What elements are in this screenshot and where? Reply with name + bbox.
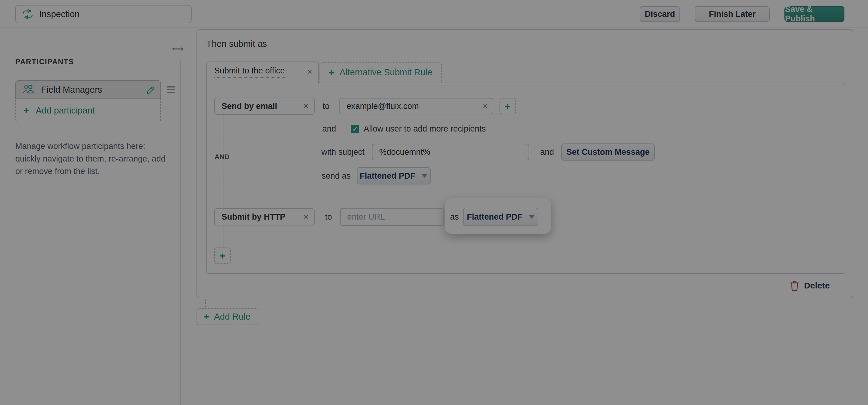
save-publish-button[interactable]: Save & Publish [784,6,844,22]
send-by-email-chip[interactable]: Send by email × [214,98,315,115]
set-custom-message-button[interactable]: Set Custom Message [561,143,655,161]
plus-icon: + [329,67,335,78]
url-field-wrapper [340,208,443,226]
and-connector-label: AND [212,152,232,162]
send-as-row: send as Flattened PDF [322,167,431,184]
workflow-icon [22,8,34,20]
connector-line [223,115,223,208]
and-label: and [322,124,336,134]
http-rule-row: Submit by HTTP × to as Flattened PDF [214,208,538,226]
http-format-value: Flattened PDF [467,212,523,222]
add-participant-label: Add participant [36,105,95,115]
participants-heading: PARTICIPANTS [15,58,74,66]
participants-sidebar: PARTICIPANTS Field Managers + Add partic… [0,28,181,405]
submit-by-http-chip[interactable]: Submit by HTTP × [214,208,315,226]
url-input[interactable] [340,208,443,226]
delete-rule-button[interactable]: Delete [789,280,830,292]
allow-recipients-row: and ✓ Allow user to add more recipients [322,124,486,134]
email-format-value: Flattened PDF [360,171,415,181]
tab-submit-to-the-office[interactable]: Submit to the office × [206,62,319,83]
to-label: to [322,102,330,111]
recipient-field-wrapper: × [339,98,493,114]
add-action-button[interactable]: + [214,247,231,264]
plus-icon: + [505,101,510,111]
connector-line [205,299,206,307]
sidebar-description: Manage workflow participants here: quick… [15,140,166,178]
send-by-email-label: Send by email [222,102,277,111]
recipient-input[interactable] [339,98,493,114]
add-rule-button[interactable]: + Add Rule [196,308,257,325]
edit-pencil-icon[interactable] [145,85,155,95]
subject-input[interactable] [372,144,529,160]
email-format-dropdown[interactable]: Flattened PDF [357,167,431,184]
plus-icon: + [204,312,209,322]
participant-name: Field Managers [41,85,139,95]
submit-rule-panel: AND Send by email × to × + and [206,82,845,274]
allow-recipients-label: Allow user to add more recipients [364,124,486,134]
submit-rule-tabs: Submit to the office × + Alternative Sub… [206,62,442,83]
sidebar-resize-handle[interactable] [170,45,185,53]
trash-icon [789,280,800,292]
chevron-down-icon [422,174,428,178]
plus-icon: + [220,251,225,261]
top-bar: Discard Finish Later Save & Publish [0,0,868,28]
sidebar-divider [180,60,181,405]
remove-action-icon[interactable]: × [304,212,309,222]
add-participant-button[interactable]: + Add participant [15,99,161,122]
check-icon: ✓ [352,126,358,133]
to-label: to [325,212,332,222]
send-as-label: send as [322,171,351,181]
alternative-submit-rule-label: Alternative Submit Rule [339,67,432,77]
submit-by-http-label: Submit by HTTP [222,212,285,222]
submit-rule-container: Then submit as Submit to the office × + … [196,29,853,298]
add-rule-label: Add Rule [214,312,250,322]
connector-line [223,226,223,247]
remove-action-icon[interactable]: × [304,101,309,111]
allow-recipients-checkbox[interactable]: ✓ [351,125,359,133]
delete-label: Delete [804,281,830,291]
header-actions: Discard Finish Later Save & Publish [640,6,844,22]
tutorial-spotlight: as Flattened PDF [450,208,539,226]
users-icon [23,84,35,95]
then-submit-as-label: Then submit as [206,39,267,49]
close-tab-icon[interactable]: × [307,67,312,77]
add-alternative-submit-rule-tab[interactable]: + Alternative Submit Rule [319,62,442,83]
chevron-down-icon [529,215,535,219]
add-recipient-button[interactable]: + [499,98,516,114]
subject-field-wrapper [372,144,529,160]
finish-later-button[interactable]: Finish Later [695,6,770,22]
subject-row: with subject and Set Custom Message [321,143,655,161]
participant-item-field-managers[interactable]: Field Managers [15,80,161,99]
workflow-title-input[interactable] [39,9,185,19]
drag-handle-icon[interactable] [167,85,175,94]
discard-button[interactable]: Discard [640,6,680,22]
as-label: as [450,212,459,222]
workflow-title-input-wrapper [15,5,192,23]
with-subject-label: with subject [321,147,365,157]
and-label: and [540,147,554,157]
clear-recipient-icon[interactable]: × [483,101,488,111]
workflow-canvas: Then submit as Submit to the office × + … [181,28,868,405]
email-rule-row: Send by email × to × + [214,98,516,115]
http-format-dropdown[interactable]: Flattened PDF [463,208,538,226]
plus-icon: + [23,105,29,115]
tab-title[interactable]: Submit to the office [214,66,285,78]
